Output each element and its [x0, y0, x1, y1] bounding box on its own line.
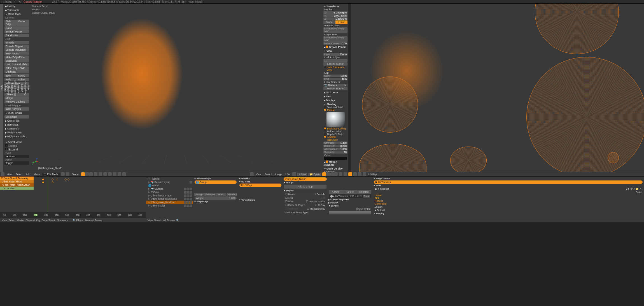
projection-dropdown[interactable]: Flat	[373, 197, 643, 200]
uv-vertex-icon[interactable]	[322, 172, 326, 176]
uvmap-active[interactable]: UVMap	[367, 173, 378, 176]
tab-relations[interactable]: Relations	[17, 4, 20, 172]
ds-filters[interactable]: 🔍 Filters	[73, 219, 83, 222]
tab-create[interactable]: Create	[3, 4, 7, 172]
new-image-button[interactable]: + New	[297, 173, 307, 176]
panel-item[interactable]: Item	[323, 95, 347, 98]
tab-grease-pencil[interactable]: Grease Pencil	[13, 4, 17, 172]
add-menu[interactable]: Add	[25, 173, 31, 176]
mat-assign-button[interactable]: Assign	[329, 190, 343, 194]
tab-measure[interactable]: Measure	[10, 4, 13, 172]
panel-shape-keys[interactable]: Shape Keys	[194, 200, 237, 203]
outliner-scene[interactable]: ▽⬚ Scene	[146, 177, 193, 180]
ds-select-menu[interactable]: Select	[8, 219, 15, 222]
source-dropdown[interactable]: Generated	[373, 202, 643, 205]
camera-field[interactable]: 📷 Camera✕	[323, 84, 347, 87]
lock-cursor-button[interactable]: Lock to Cursor	[323, 62, 347, 66]
panel-grease-pencil[interactable]: Grease Pencil	[323, 45, 347, 49]
panel-obj-display[interactable]: Display	[283, 189, 327, 192]
distance-field[interactable]: Distance:0.200	[323, 145, 347, 147]
panel-vertex-groups[interactable]: Vertex Groups	[194, 177, 237, 180]
uv-channels-icon[interactable]	[363, 172, 366, 176]
tab-shading-uvs[interactable]: Shading/UVs	[7, 4, 10, 172]
scene-dropdown[interactable]: ⬚ Scene	[1, 0, 12, 3]
dope-sheet[interactable]: ▽ Dope Sheet Summary ▽ bm_male_NickZ ▽ b…	[0, 177, 146, 218]
material-name[interactable]: UVChecker	[335, 195, 348, 198]
vg-select-button[interactable]: Select	[216, 193, 227, 196]
outliner-hardsurface[interactable]: ▷▽ bm_hardsurface	[146, 194, 193, 197]
tab-snap-utilities[interactable]: Snap Utilities	[24, 4, 27, 172]
outliner-male[interactable]: ▷▽ bm_male_NickZ ✏	[146, 201, 193, 204]
panel-display[interactable]: Display	[323, 99, 347, 102]
ds-mode-dropdown[interactable]: Dope Sheet	[41, 219, 55, 222]
obj-transparency-check[interactable]: Transparency	[310, 207, 325, 210]
mean-crease[interactable]: Mean Crease:0.00	[323, 42, 347, 45]
outliner-world[interactable]: 🌐 World	[146, 184, 193, 187]
obj-bounds-check[interactable]: Bounds	[316, 193, 325, 196]
ds-action-row[interactable]: ▽ bm_male_NickZAction	[0, 183, 34, 187]
uv-view-menu[interactable]: View	[255, 173, 262, 176]
ds-ruler[interactable]: 5010015078200250300350400450500550600650	[0, 212, 146, 218]
image-datablock[interactable]: ▣ ● checker2 F 🗑 + 📁 ✕	[373, 187, 643, 191]
backface-check[interactable]: Backface Culling	[323, 127, 347, 130]
vertex-select-icon[interactable]	[81, 172, 85, 176]
texture-name-field[interactable]: ▣ UVChecker	[374, 180, 643, 184]
select-menu[interactable]: Select	[14, 173, 24, 176]
shading-icon[interactable]	[61, 172, 65, 176]
uv-image-menu[interactable]: Image	[274, 173, 283, 176]
panel-custom-props[interactable]: Custom Properties	[328, 198, 372, 201]
uv-face-icon[interactable]	[330, 172, 334, 176]
panel-preview[interactable]: Preview	[328, 201, 372, 204]
pivot-icon[interactable]	[66, 172, 69, 176]
outliner-cube[interactable]: ▷▽ Cube	[146, 191, 193, 194]
obj-name-check[interactable]: Name	[288, 193, 295, 196]
render-border-button[interactable]: Render Border	[323, 87, 347, 90]
uv-image-editor[interactable]	[351, 4, 644, 172]
x-field[interactable]: X:-5.25255µm	[323, 11, 347, 14]
open-image-button[interactable]: 📁 Open	[308, 173, 321, 176]
samples-field[interactable]: Samples:20	[323, 151, 347, 154]
add-scene[interactable]: +	[14, 0, 16, 3]
obj-wire-check[interactable]: Wire	[288, 200, 294, 203]
matcap-preview[interactable]	[326, 112, 345, 127]
render-icon[interactable]	[122, 172, 126, 176]
textured-solid-check[interactable]: Textured Solid	[323, 106, 347, 109]
scrollbar-n[interactable]	[348, 4, 351, 172]
uv-pivot-icon[interactable]	[344, 172, 347, 176]
mean-bevel-edge[interactable]: Mean Bevel Weig: 0.00	[323, 36, 347, 42]
panel-transform-n[interactable]: Transform	[323, 5, 347, 8]
mode-dropdown[interactable]: ⬚ Edit Mode	[42, 173, 60, 176]
interp-dropdown[interactable]: Linear	[373, 194, 643, 197]
add-to-group-button[interactable]: Add to Group	[284, 185, 326, 189]
panel-3d-cursor[interactable]: 3D Cursor	[323, 91, 347, 94]
outliner-search-menu[interactable]: Search	[154, 219, 162, 222]
extension-dropdown[interactable]: Repeat	[373, 200, 643, 202]
lens-field[interactable]: Lens:35mm	[323, 53, 347, 56]
panel-normals[interactable]: Normals	[239, 177, 282, 180]
editor-type-icon[interactable]	[1, 172, 4, 176]
face-select-icon[interactable]	[89, 172, 93, 176]
uv-uvs-menu[interactable]: UVs	[284, 173, 291, 176]
color-space-field[interactable]: Color	[373, 191, 643, 194]
edge-select-icon[interactable]	[85, 172, 89, 176]
z-field[interactable]: Z:1.36573m	[323, 17, 347, 20]
mat-select-button[interactable]: Select	[343, 190, 357, 194]
ds-summary-row[interactable]: ▽ Dope Sheet Summary	[0, 177, 34, 180]
obj-xray-check[interactable]: X-Ray	[318, 204, 325, 207]
lock-object-field[interactable]: ⬚	[323, 59, 347, 62]
3d-viewport[interactable]: Camera Persp Meters Status: UNDEFINED x …	[30, 4, 323, 172]
outliner-renderlayers[interactable]: ▷📚 RenderLayers	[146, 180, 193, 184]
dof-check[interactable]: Depth Of Field	[323, 133, 347, 136]
vg-deselect-button[interactable]: Deselect	[227, 193, 237, 196]
mean-bevel-vert[interactable]: Mean Bevel Weig: 0.00	[323, 27, 347, 33]
outliner-head[interactable]: ▷▽ bm_head_CGCookie	[146, 197, 193, 201]
manipulator-icon[interactable]	[113, 172, 116, 176]
y-field[interactable]: Y:-2.09737cm	[323, 14, 347, 17]
uv-editor-type-icon[interactable]	[250, 172, 254, 176]
outliner-search-icon[interactable]: 🔍	[176, 219, 179, 222]
uv-snap-icon[interactable]	[348, 172, 352, 176]
obj-box-dropdown[interactable]: Box	[321, 196, 325, 199]
panel-vertex-colors[interactable]: Vertex Colors	[239, 198, 282, 201]
layers-icon[interactable]	[118, 172, 121, 176]
close-scene[interactable]: ✕	[17, 0, 22, 3]
